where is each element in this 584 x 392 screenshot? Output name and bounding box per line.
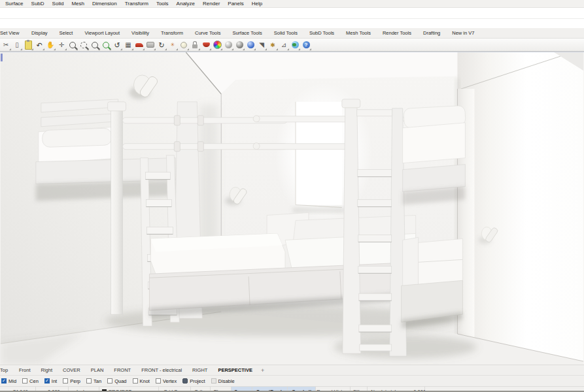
menu-mesh[interactable]: Mesh [67,1,88,7]
undo-icon[interactable]: ↶ [34,40,44,50]
toggle-planar[interactable]: Planar [211,387,232,392]
active-viewport-marker [1,54,3,61]
tab-drafting[interactable]: Drafting [417,30,446,36]
toggle-gumball[interactable]: Gumball [288,387,316,392]
vp-tab-plan[interactable]: PLAN [86,367,109,373]
menu-solid[interactable]: Solid [48,1,68,7]
settings-gear-icon[interactable]: ✱ [267,40,278,50]
zoom-dynamic-icon[interactable] [67,40,78,50]
render-scene[interactable] [0,52,584,365]
move-icon[interactable]: ✛ [56,40,67,50]
tab-subd-tools[interactable]: SubD Tools [303,30,340,36]
paste-icon[interactable] [23,40,33,50]
tab-curve-tools[interactable]: Curve Tools [189,30,226,36]
vp-tab-front-caps[interactable]: FRONT [109,367,136,373]
checkbox-mid[interactable] [1,378,7,384]
osnap-mid[interactable]: Mid [1,378,16,384]
checkbox-int[interactable] [44,378,50,384]
checkbox-cen[interactable] [22,378,27,384]
command-input[interactable] [0,19,584,28]
tab-visibility[interactable]: Visibility [126,30,155,36]
osnap-vertex[interactable]: Vertex [156,378,177,384]
menu-tools[interactable]: Tools [152,1,173,7]
camera-icon[interactable] [145,40,156,50]
checkbox-knot[interactable] [133,378,138,384]
blue-sphere-icon[interactable] [245,40,256,50]
checkbox-vertex[interactable] [156,378,161,384]
osnap-disable[interactable]: Disable [211,378,235,384]
zoom-selected-icon[interactable] [90,40,100,50]
units[interactable]: Inches [69,387,99,392]
z-coordinate: z 0.000 [36,387,69,392]
tab-surface-tools[interactable]: Surface Tools [226,30,267,36]
osnap-project[interactable]: Project [182,378,205,384]
menu-surface[interactable]: Surface [1,1,27,7]
tab-transform[interactable]: Transform [155,30,189,36]
spray-paint-icon[interactable]: ◥ [256,40,267,50]
checkbox-disable[interactable] [211,378,216,384]
viewport[interactable] [0,52,584,365]
osnap-knot[interactable]: Knot [133,378,150,384]
lamp-icon[interactable] [179,40,189,50]
tab-solid-tools[interactable]: Solid Tools [268,30,303,36]
toggle-record-history[interactable]: Record History [316,387,351,392]
osnap-quad[interactable]: Quad [107,378,126,384]
toggle-ortho[interactable]: Ortho [191,387,211,392]
named-views-icon[interactable] [134,40,145,50]
tab-set-view[interactable]: Set View [0,30,26,36]
osnap-tan[interactable]: Tan [86,378,101,384]
checkbox-perp[interactable] [63,378,68,384]
cut-icon[interactable]: ✂ [1,40,11,50]
menu-render[interactable]: Render [199,1,224,7]
osnap-bar: Mid Cen Int Perp Tan Quad Knot Vertex Pr… [0,375,584,386]
add-viewport-tab-icon[interactable]: + [258,367,267,374]
osnap-cen[interactable]: Cen [22,378,39,384]
osnap-int[interactable]: Int [44,378,57,384]
render-sphere-icon[interactable] [223,40,233,50]
menu-panels[interactable]: Panels [224,1,247,7]
toggle-grid-snap[interactable]: Grid Snap [159,387,191,392]
toggle-osnap[interactable]: Osnap [232,387,252,392]
menu-transform[interactable]: Transform [121,1,152,7]
tab-new-in-v7[interactable]: New in V7 [446,30,480,36]
zoom-extents-icon[interactable] [101,40,111,50]
menu-dimension[interactable]: Dimension [88,1,121,7]
vp-tab-cover[interactable]: COVER [58,367,86,373]
vp-tab-top[interactable]: Top [0,367,14,373]
current-layer[interactable]: PROJECT [99,387,159,392]
checkbox-tan[interactable] [86,378,92,384]
menu-analyze[interactable]: Analyze [173,1,199,7]
earth-icon[interactable] [290,40,300,50]
menu-subd[interactable]: SubD [27,1,48,7]
osnap-perp[interactable]: Perp [63,378,80,384]
rotate-camera-icon[interactable]: ↻ [156,40,167,50]
rotate-view-icon[interactable]: ↺ [112,40,122,50]
shaded-sphere-icon[interactable] [234,40,245,50]
checkbox-quad[interactable] [107,378,112,384]
toggle-filter[interactable]: Filter [351,387,368,392]
pan-icon[interactable]: ✋ [45,40,56,50]
vp-tab-perspective[interactable]: PERSPECTIVE [213,367,258,373]
vp-tab-front[interactable]: Front [14,367,36,373]
material-visor-icon[interactable] [201,40,211,50]
toggle-smarttrack[interactable]: SmartTrack [252,387,288,392]
tab-render-tools[interactable]: Render Tools [377,30,417,36]
lock-icon[interactable] [190,40,200,50]
command-history [0,8,584,19]
tab-mesh-tools[interactable]: Mesh Tools [340,30,377,36]
tab-viewport-layout[interactable]: Viewport Layout [78,30,126,36]
tab-display[interactable]: Display [26,30,54,36]
axis-constraint-icon[interactable]: ✳ [167,40,178,50]
checkbox-project[interactable] [182,378,188,384]
vp-tab-front-electrical[interactable]: FRONT - electrical [136,367,187,373]
help-icon[interactable]: ? [301,40,311,50]
polyline-icon[interactable]: ⊿ [279,40,289,50]
color-wheel-icon[interactable] [212,40,222,50]
vp-tab-right[interactable]: Right [36,367,58,373]
tab-select[interactable]: Select [54,30,79,36]
copy-icon[interactable]: ▯ [12,40,22,50]
viewport-layout-icon[interactable]: ▦ [123,40,133,50]
zoom-window-icon[interactable] [78,40,89,50]
menu-help[interactable]: Help [248,1,266,7]
vp-tab-right-caps[interactable]: RIGHT [187,367,213,373]
